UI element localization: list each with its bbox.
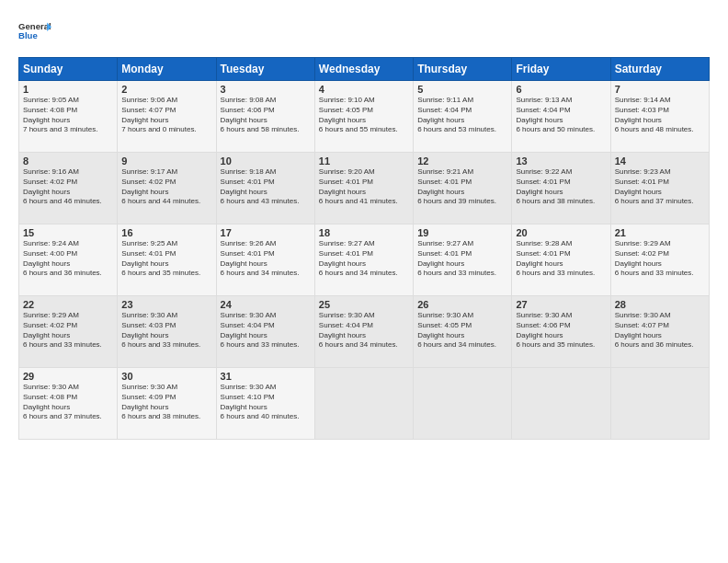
calendar-cell: 26Sunrise: 9:30 AMSunset: 4:05 PMDayligh…: [414, 296, 512, 368]
day-number: 6: [516, 84, 606, 95]
col-header-friday: Friday: [512, 58, 610, 81]
cell-info: Sunrise: 9:22 AMSunset: 4:01 PMDaylight …: [516, 167, 606, 207]
calendar-cell: 1Sunrise: 9:05 AMSunset: 4:08 PMDaylight…: [19, 81, 118, 153]
calendar-cell: [512, 368, 610, 440]
calendar-cell: 27Sunrise: 9:30 AMSunset: 4:06 PMDayligh…: [512, 296, 610, 368]
calendar-week-3: 15Sunrise: 9:24 AMSunset: 4:00 PMDayligh…: [19, 224, 710, 296]
header: General Blue: [18, 15, 710, 48]
day-number: 31: [221, 371, 311, 382]
calendar-cell: 8Sunrise: 9:16 AMSunset: 4:02 PMDaylight…: [19, 153, 118, 224]
calendar-cell: 15Sunrise: 9:24 AMSunset: 4:00 PMDayligh…: [19, 224, 118, 296]
day-number: 30: [121, 371, 211, 382]
calendar-cell: 20Sunrise: 9:28 AMSunset: 4:01 PMDayligh…: [512, 224, 610, 296]
cell-info: Sunrise: 9:28 AMSunset: 4:01 PMDaylight …: [516, 239, 606, 279]
logo-svg: General Blue: [18, 15, 51, 48]
calendar-cell: 22Sunrise: 9:29 AMSunset: 4:02 PMDayligh…: [19, 296, 118, 368]
cell-info: Sunrise: 9:11 AMSunset: 4:04 PMDaylight …: [417, 96, 507, 135]
calendar-cell: 5Sunrise: 9:11 AMSunset: 4:04 PMDaylight…: [414, 81, 512, 153]
calendar-cell: 13Sunrise: 9:22 AMSunset: 4:01 PMDayligh…: [512, 153, 610, 224]
day-number: 24: [221, 299, 311, 310]
day-number: 13: [516, 155, 606, 167]
calendar-cell: 24Sunrise: 9:30 AMSunset: 4:04 PMDayligh…: [216, 296, 314, 368]
calendar-cell: 29Sunrise: 9:30 AMSunset: 4:08 PMDayligh…: [19, 368, 118, 440]
calendar-cell: 14Sunrise: 9:23 AMSunset: 4:01 PMDayligh…: [610, 153, 709, 224]
cell-info: Sunrise: 9:30 AMSunset: 4:06 PMDaylight …: [516, 311, 606, 350]
svg-text:General: General: [18, 21, 51, 31]
calendar-cell: 9Sunrise: 9:17 AMSunset: 4:02 PMDaylight…: [118, 153, 216, 224]
day-number: 29: [23, 371, 113, 382]
calendar-week-5: 29Sunrise: 9:30 AMSunset: 4:08 PMDayligh…: [19, 368, 710, 440]
cell-info: Sunrise: 9:14 AMSunset: 4:03 PMDaylight …: [615, 96, 705, 135]
cell-info: Sunrise: 9:16 AMSunset: 4:02 PMDaylight …: [23, 167, 113, 207]
cell-info: Sunrise: 9:30 AMSunset: 4:04 PMDaylight …: [221, 311, 311, 350]
calendar-cell: 11Sunrise: 9:20 AMSunset: 4:01 PMDayligh…: [314, 153, 413, 224]
calendar-week-2: 8Sunrise: 9:16 AMSunset: 4:02 PMDaylight…: [19, 153, 710, 224]
cell-info: Sunrise: 9:06 AMSunset: 4:07 PMDaylight …: [121, 96, 211, 135]
calendar-cell: 25Sunrise: 9:30 AMSunset: 4:04 PMDayligh…: [314, 296, 413, 368]
day-number: 25: [319, 299, 409, 310]
calendar-cell: 6Sunrise: 9:13 AMSunset: 4:04 PMDaylight…: [512, 81, 610, 153]
cell-info: Sunrise: 9:30 AMSunset: 4:09 PMDaylight …: [121, 383, 211, 422]
cell-info: Sunrise: 9:26 AMSunset: 4:01 PMDaylight …: [221, 239, 311, 279]
calendar-cell: 18Sunrise: 9:27 AMSunset: 4:01 PMDayligh…: [314, 224, 413, 296]
day-number: 5: [417, 84, 507, 95]
cell-info: Sunrise: 9:24 AMSunset: 4:00 PMDaylight …: [23, 239, 113, 279]
calendar-cell: [314, 368, 413, 440]
col-header-wednesday: Wednesday: [314, 58, 413, 81]
col-header-saturday: Saturday: [610, 58, 709, 81]
cell-info: Sunrise: 9:21 AMSunset: 4:01 PMDaylight …: [417, 167, 507, 207]
cell-info: Sunrise: 9:17 AMSunset: 4:02 PMDaylight …: [121, 167, 211, 207]
day-number: 21: [615, 227, 705, 238]
day-number: 23: [121, 299, 211, 310]
day-number: 15: [23, 227, 113, 238]
cell-info: Sunrise: 9:08 AMSunset: 4:06 PMDaylight …: [221, 96, 311, 135]
calendar-cell: 2Sunrise: 9:06 AMSunset: 4:07 PMDaylight…: [118, 81, 216, 153]
day-number: 17: [221, 227, 311, 238]
cell-info: Sunrise: 9:30 AMSunset: 4:08 PMDaylight …: [23, 383, 113, 422]
header-row: SundayMondayTuesdayWednesdayThursdayFrid…: [19, 58, 710, 81]
calendar-cell: 16Sunrise: 9:25 AMSunset: 4:01 PMDayligh…: [118, 224, 216, 296]
calendar-cell: 4Sunrise: 9:10 AMSunset: 4:05 PMDaylight…: [314, 81, 413, 153]
day-number: 4: [319, 84, 409, 95]
cell-info: Sunrise: 9:20 AMSunset: 4:01 PMDaylight …: [319, 167, 409, 207]
cell-info: Sunrise: 9:29 AMSunset: 4:02 PMDaylight …: [23, 311, 113, 350]
logo: General Blue: [18, 15, 51, 48]
calendar-cell: [610, 368, 709, 440]
calendar-cell: 12Sunrise: 9:21 AMSunset: 4:01 PMDayligh…: [414, 153, 512, 224]
day-number: 14: [615, 155, 705, 167]
calendar-table: SundayMondayTuesdayWednesdayThursdayFrid…: [18, 57, 710, 440]
day-number: 28: [615, 299, 705, 310]
col-header-sunday: Sunday: [19, 58, 118, 81]
calendar-cell: 23Sunrise: 9:30 AMSunset: 4:03 PMDayligh…: [118, 296, 216, 368]
day-number: 2: [121, 84, 211, 95]
cell-info: Sunrise: 9:10 AMSunset: 4:05 PMDaylight …: [319, 96, 409, 135]
cell-info: Sunrise: 9:25 AMSunset: 4:01 PMDaylight …: [121, 239, 211, 279]
day-number: 10: [221, 155, 311, 167]
cell-info: Sunrise: 9:30 AMSunset: 4:03 PMDaylight …: [121, 311, 211, 350]
cell-info: Sunrise: 9:30 AMSunset: 4:10 PMDaylight …: [221, 383, 311, 422]
day-number: 26: [417, 299, 507, 310]
col-header-monday: Monday: [118, 58, 216, 81]
cell-info: Sunrise: 9:30 AMSunset: 4:07 PMDaylight …: [615, 311, 705, 350]
cell-info: Sunrise: 9:05 AMSunset: 4:08 PMDaylight …: [23, 96, 113, 135]
day-number: 20: [516, 227, 606, 238]
cell-info: Sunrise: 9:27 AMSunset: 4:01 PMDaylight …: [319, 239, 409, 279]
calendar-week-1: 1Sunrise: 9:05 AMSunset: 4:08 PMDaylight…: [19, 81, 710, 153]
cell-info: Sunrise: 9:27 AMSunset: 4:01 PMDaylight …: [417, 239, 507, 279]
cell-info: Sunrise: 9:13 AMSunset: 4:04 PMDaylight …: [516, 96, 606, 135]
day-number: 3: [221, 84, 311, 95]
col-header-thursday: Thursday: [414, 58, 512, 81]
calendar-cell: 31Sunrise: 9:30 AMSunset: 4:10 PMDayligh…: [216, 368, 314, 440]
calendar-cell: 30Sunrise: 9:30 AMSunset: 4:09 PMDayligh…: [118, 368, 216, 440]
day-number: 19: [417, 227, 507, 238]
day-number: 18: [319, 227, 409, 238]
day-number: 22: [23, 299, 113, 310]
calendar-cell: 28Sunrise: 9:30 AMSunset: 4:07 PMDayligh…: [610, 296, 709, 368]
cell-info: Sunrise: 9:18 AMSunset: 4:01 PMDaylight …: [221, 167, 311, 207]
cell-info: Sunrise: 9:30 AMSunset: 4:04 PMDaylight …: [319, 311, 409, 350]
day-number: 11: [319, 155, 409, 167]
cell-info: Sunrise: 9:30 AMSunset: 4:05 PMDaylight …: [417, 311, 507, 350]
calendar-cell: 19Sunrise: 9:27 AMSunset: 4:01 PMDayligh…: [414, 224, 512, 296]
calendar-cell: [414, 368, 512, 440]
cell-info: Sunrise: 9:29 AMSunset: 4:02 PMDaylight …: [615, 239, 705, 279]
